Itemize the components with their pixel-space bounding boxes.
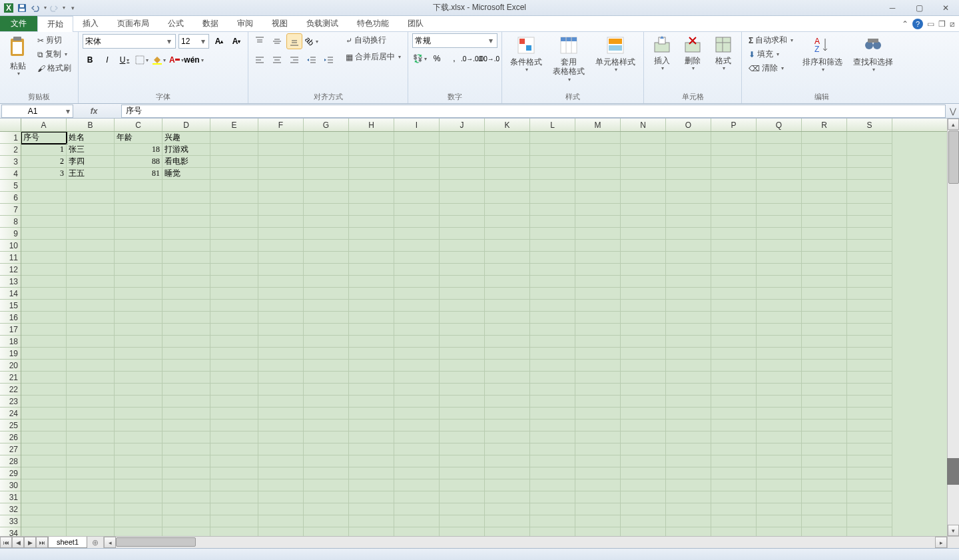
cell[interactable] (67, 479, 115, 491)
cell[interactable] (757, 455, 802, 467)
cell[interactable] (485, 324, 530, 336)
cell[interactable] (666, 515, 711, 527)
cell[interactable] (210, 180, 258, 192)
row-header[interactable]: 18 (0, 336, 21, 348)
cell[interactable] (162, 491, 210, 503)
cell[interactable] (394, 336, 440, 348)
cell[interactable] (67, 216, 115, 228)
cell[interactable] (210, 228, 258, 240)
cell[interactable] (847, 240, 892, 252)
number-format-combo[interactable]: ▾ (412, 33, 497, 48)
cell[interactable] (802, 431, 847, 443)
cell[interactable] (304, 431, 349, 443)
cell[interactable] (394, 384, 440, 396)
cell[interactable] (162, 503, 210, 515)
cell[interactable] (757, 348, 802, 360)
cell[interactable] (621, 467, 666, 479)
cell[interactable] (349, 156, 394, 168)
cell[interactable] (394, 455, 440, 467)
cell[interactable] (757, 324, 802, 336)
cell[interactable] (258, 455, 304, 467)
maximize-button[interactable]: ▢ (906, 0, 932, 16)
cell[interactable] (115, 240, 162, 252)
increase-indent-icon[interactable] (322, 53, 336, 67)
cell[interactable] (802, 288, 847, 300)
cell[interactable] (394, 288, 440, 300)
cell[interactable] (847, 144, 892, 156)
select-all-button[interactable] (0, 119, 21, 132)
align-right-icon[interactable] (287, 53, 302, 67)
cell[interactable] (802, 324, 847, 336)
cell[interactable] (440, 180, 485, 192)
scroll-down-icon[interactable]: ▾ (948, 525, 959, 536)
cell[interactable] (530, 252, 575, 264)
cell[interactable] (394, 132, 440, 144)
cell[interactable] (485, 348, 530, 360)
cell[interactable] (258, 503, 304, 515)
cell[interactable] (711, 288, 757, 300)
cell[interactable] (847, 503, 892, 515)
cell[interactable] (530, 396, 575, 408)
row-header[interactable]: 26 (0, 431, 21, 443)
cell[interactable] (21, 288, 67, 300)
cell[interactable] (621, 264, 666, 276)
cell[interactable] (621, 527, 666, 536)
cell[interactable] (575, 276, 621, 288)
cell[interactable] (67, 204, 115, 216)
cell[interactable] (440, 420, 485, 431)
excel-icon[interactable]: X (3, 2, 15, 14)
cell[interactable] (847, 132, 892, 144)
cell[interactable] (847, 180, 892, 192)
cell[interactable] (802, 384, 847, 396)
cell[interactable] (757, 264, 802, 276)
cell[interactable] (21, 228, 67, 240)
cell[interactable] (21, 312, 67, 324)
cell[interactable] (210, 156, 258, 168)
cell[interactable] (666, 192, 711, 204)
cell[interactable] (210, 527, 258, 536)
cell[interactable] (485, 168, 530, 180)
cell[interactable] (485, 192, 530, 204)
cell[interactable] (210, 288, 258, 300)
fill-button[interactable]: ⬇填充▾ (746, 47, 796, 61)
cell[interactable] (394, 467, 440, 479)
row-header[interactable]: 4 (0, 168, 21, 180)
cell[interactable] (711, 408, 757, 420)
cell[interactable] (67, 396, 115, 408)
cell[interactable]: 2 (21, 156, 67, 168)
cell[interactable] (711, 336, 757, 348)
cell[interactable] (440, 216, 485, 228)
cell[interactable] (485, 431, 530, 443)
cell[interactable] (621, 156, 666, 168)
cell[interactable] (162, 300, 210, 312)
cell[interactable] (258, 240, 304, 252)
cell[interactable] (621, 455, 666, 467)
cell[interactable] (485, 300, 530, 312)
cell[interactable] (621, 360, 666, 372)
cell[interactable] (258, 252, 304, 264)
cell[interactable] (21, 443, 67, 455)
cell[interactable] (304, 228, 349, 240)
cell[interactable] (21, 420, 67, 431)
cell[interactable] (711, 491, 757, 503)
cell[interactable] (530, 276, 575, 288)
cell[interactable] (210, 431, 258, 443)
cell[interactable]: 3 (21, 168, 67, 180)
cell[interactable] (440, 144, 485, 156)
cell[interactable] (757, 216, 802, 228)
cell[interactable] (115, 192, 162, 204)
cell[interactable] (21, 264, 67, 276)
cell[interactable] (210, 467, 258, 479)
cell[interactable] (21, 467, 67, 479)
cell[interactable] (21, 324, 67, 336)
cell[interactable] (847, 168, 892, 180)
cell[interactable] (21, 515, 67, 527)
cell[interactable] (349, 467, 394, 479)
cell[interactable] (162, 348, 210, 360)
cell[interactable] (666, 420, 711, 431)
cell[interactable] (621, 491, 666, 503)
border-button[interactable]: ▾ (135, 53, 149, 67)
cell[interactable] (575, 479, 621, 491)
cell[interactable] (485, 503, 530, 515)
cell[interactable] (21, 216, 67, 228)
